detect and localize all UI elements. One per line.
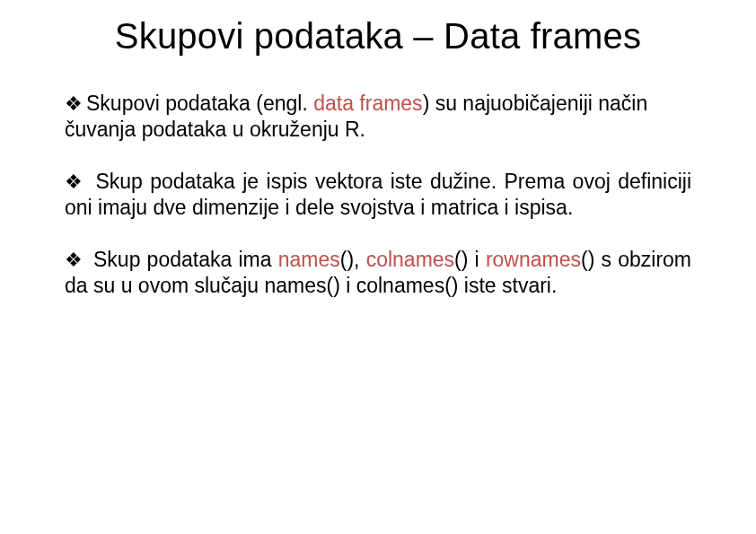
diamond-bullet-icon: ❖ (65, 171, 84, 193)
slide-title: Skupovi podataka – Data frames (65, 16, 691, 57)
bullet-3-accent-rownames: rownames (486, 248, 581, 271)
bullet-item-3: ❖ Skup podataka ima names(), colnames() … (65, 247, 691, 300)
diamond-bullet-icon: ❖ (65, 249, 84, 271)
bullet-item-2: ❖ Skup podataka je ispis vektora iste du… (65, 169, 691, 222)
bullet-3-text-c: () i (454, 248, 486, 271)
bullet-3-text-b: (), (340, 248, 366, 271)
bullet-3-accent-names: names (278, 248, 340, 271)
bullet-item-1: ❖Skupovi podataka (engl. data frames) su… (65, 91, 691, 144)
bullet-2-text: Skup podataka je ispis vektora iste duži… (65, 170, 691, 219)
bullet-3-text-a: Skup podataka ima (87, 248, 278, 271)
bullet-1-text-a: Skupovi podataka (engl. (86, 92, 313, 115)
diamond-bullet-icon: ❖ (65, 92, 83, 115)
bullet-1-accent: data frames (313, 92, 422, 115)
slide: Skupovi podataka – Data frames ❖Skupovi … (0, 0, 756, 534)
bullet-3-accent-colnames: colnames (366, 248, 454, 271)
